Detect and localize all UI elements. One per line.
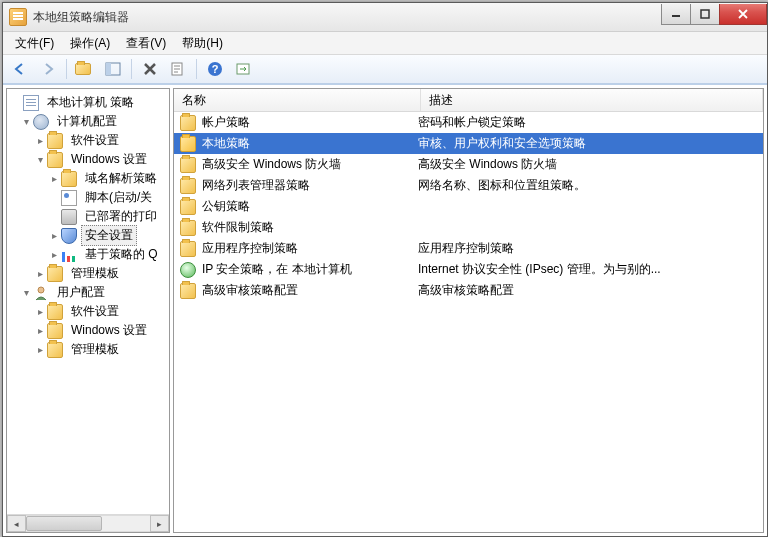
window: 本地组策略编辑器 文件(F) 操作(A) 查看(V) 帮助(H) <box>2 2 768 537</box>
menubar: 文件(F) 操作(A) 查看(V) 帮助(H) <box>3 32 767 55</box>
tree-user-admin-templates[interactable]: ▸ 管理模板 <box>9 340 169 359</box>
tree-horizontal-scrollbar[interactable]: ◂ ▸ <box>7 514 169 532</box>
minimize-button[interactable] <box>661 4 690 25</box>
list-row-local-policies[interactable]: 本地策略 审核、用户权利和安全选项策略 <box>174 133 763 154</box>
tree-windows-settings[interactable]: ▾ Windows 设置 <box>9 150 169 169</box>
delete-button[interactable] <box>137 56 163 82</box>
help-icon: ? <box>207 61 223 77</box>
tree-label: 已部署的打印 <box>81 206 161 227</box>
folder-icon <box>180 199 196 215</box>
folder-icon <box>180 115 196 131</box>
menu-help[interactable]: 帮助(H) <box>174 33 231 54</box>
expand-icon[interactable]: ▸ <box>33 343 47 357</box>
folder-icon <box>180 283 196 299</box>
tree-policy-based-qos[interactable]: ▸ 基于策略的 Q <box>9 245 169 264</box>
tree-user-config[interactable]: ▾ 用户配置 <box>9 283 169 302</box>
collapse-icon[interactable]: ▾ <box>33 153 47 167</box>
tree-label: 计算机配置 <box>53 111 121 132</box>
tree-label: 软件设置 <box>67 130 123 151</box>
expand-icon[interactable]: ▸ <box>33 305 47 319</box>
tree-label: 本地计算机 策略 <box>43 92 138 113</box>
list-row-ipsec[interactable]: IP 安全策略，在 本地计算机 Internet 协议安全性 (IPsec) 管… <box>174 259 763 280</box>
folder-icon <box>61 171 77 187</box>
scroll-track[interactable] <box>26 515 150 532</box>
scroll-right-button[interactable]: ▸ <box>150 515 169 532</box>
tree-name-resolution[interactable]: ▸ 域名解析策略 <box>9 169 169 188</box>
cell-name: IP 安全策略，在 本地计算机 <box>202 261 352 278</box>
cell-name: 应用程序控制策略 <box>202 240 298 257</box>
scroll-thumb[interactable] <box>26 516 102 531</box>
tree-computer-config[interactable]: ▾ 计算机配置 <box>9 112 169 131</box>
window-buttons <box>661 4 767 24</box>
menu-action[interactable]: 操作(A) <box>62 33 118 54</box>
cell-desc: 高级审核策略配置 <box>412 282 763 299</box>
back-button[interactable] <box>7 56 33 82</box>
tree-software-settings[interactable]: ▸ 软件设置 <box>9 131 169 150</box>
help-button[interactable]: ? <box>202 56 228 82</box>
cell-desc: Internet 协议安全性 (IPsec) 管理。为与别的... <box>412 261 763 278</box>
expand-icon[interactable]: ▸ <box>33 134 47 148</box>
expand-icon[interactable]: ▸ <box>47 248 61 262</box>
folder-up-icon <box>75 63 91 75</box>
tree-label: Windows 设置 <box>67 320 151 341</box>
folder-icon <box>180 178 196 194</box>
list-body[interactable]: 帐户策略 密码和帐户锁定策略 本地策略 审核、用户权利和安全选项策略 高级安全 … <box>174 112 763 532</box>
toolbar-separator <box>66 59 67 79</box>
collapse-icon[interactable]: ▾ <box>19 115 33 129</box>
export-button[interactable] <box>230 56 256 82</box>
forward-button[interactable] <box>35 56 61 82</box>
svg-rect-1 <box>701 10 709 18</box>
list-row-account-policies[interactable]: 帐户策略 密码和帐户锁定策略 <box>174 112 763 133</box>
tree-user-software-settings[interactable]: ▸ 软件设置 <box>9 302 169 321</box>
policy-root-icon <box>23 95 39 111</box>
list-row-app-control[interactable]: 应用程序控制策略 应用程序控制策略 <box>174 238 763 259</box>
list-pane: 名称 描述 帐户策略 密码和帐户锁定策略 本地策略 审核、用户权利和安全选项策略… <box>173 88 764 533</box>
tree-security-settings[interactable]: ▸ 安全设置 <box>9 226 169 245</box>
expand-icon[interactable] <box>9 96 23 110</box>
expand-icon[interactable]: ▸ <box>47 172 61 186</box>
up-button[interactable] <box>72 56 98 82</box>
list-row-firewall[interactable]: 高级安全 Windows 防火墙 高级安全 Windows 防火墙 <box>174 154 763 175</box>
cell-name: 本地策略 <box>202 135 250 152</box>
cell-name: 网络列表管理器策略 <box>202 177 310 194</box>
cell-desc: 审核、用户权利和安全选项策略 <box>412 135 763 152</box>
menu-file[interactable]: 文件(F) <box>7 33 62 54</box>
back-arrow-icon <box>12 61 28 77</box>
show-hide-tree-button[interactable] <box>100 56 126 82</box>
svg-rect-0 <box>672 15 680 17</box>
column-header-description[interactable]: 描述 <box>421 89 763 111</box>
tree-admin-templates[interactable]: ▸ 管理模板 <box>9 264 169 283</box>
expand-icon[interactable] <box>47 191 61 205</box>
collapse-icon[interactable]: ▾ <box>19 286 33 300</box>
svg-point-8 <box>38 287 44 293</box>
tree-user-windows-settings[interactable]: ▸ Windows 设置 <box>9 321 169 340</box>
list-row-public-key[interactable]: 公钥策略 <box>174 196 763 217</box>
list-row-advanced-audit[interactable]: 高级审核策略配置 高级审核策略配置 <box>174 280 763 301</box>
tree-label: 脚本(启动/关 <box>81 187 156 208</box>
cell-desc: 网络名称、图标和位置组策略。 <box>412 177 763 194</box>
svg-rect-3 <box>106 63 111 75</box>
menu-view[interactable]: 查看(V) <box>118 33 174 54</box>
expand-icon[interactable]: ▸ <box>33 324 47 338</box>
shield-icon <box>61 228 77 244</box>
tree-pane: 本地计算机 策略 ▾ 计算机配置 ▸ 软件设置 ▾ <box>6 88 170 533</box>
maximize-button[interactable] <box>690 4 719 25</box>
list-row-software-restriction[interactable]: 软件限制策略 <box>174 217 763 238</box>
tree-scripts[interactable]: 脚本(启动/关 <box>9 188 169 207</box>
close-button[interactable] <box>719 4 767 25</box>
tree-label: Windows 设置 <box>67 149 151 170</box>
folder-icon <box>47 133 63 149</box>
expand-icon[interactable]: ▸ <box>47 229 61 243</box>
tree-root[interactable]: 本地计算机 策略 <box>9 93 169 112</box>
tree-deployed-printers[interactable]: 已部署的打印 <box>9 207 169 226</box>
properties-button[interactable] <box>165 56 191 82</box>
folder-icon <box>47 304 63 320</box>
tree[interactable]: 本地计算机 策略 ▾ 计算机配置 ▸ 软件设置 ▾ <box>7 89 169 514</box>
close-icon <box>737 9 749 19</box>
list-row-network-list[interactable]: 网络列表管理器策略 网络名称、图标和位置组策略。 <box>174 175 763 196</box>
scroll-left-button[interactable]: ◂ <box>7 515 26 532</box>
column-header-name[interactable]: 名称 <box>174 89 421 111</box>
titlebar[interactable]: 本地组策略编辑器 <box>3 3 767 32</box>
expand-icon[interactable] <box>47 210 61 224</box>
expand-icon[interactable]: ▸ <box>33 267 47 281</box>
